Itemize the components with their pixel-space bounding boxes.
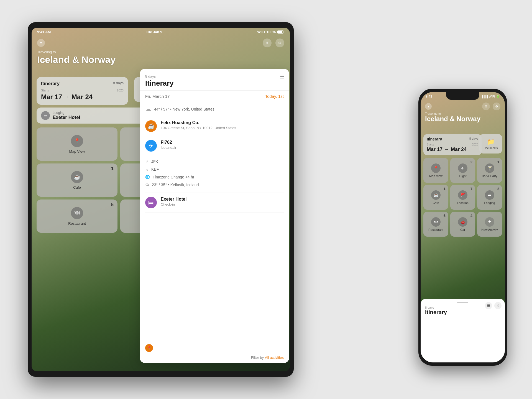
iphone-gear-icon[interactable]: ⚙: [493, 103, 500, 110]
share-icon[interactable]: ⬆: [263, 39, 272, 47]
iphone-end-date: Mar 24: [451, 147, 467, 152]
iphone-destination-title: Iceland & Norway: [425, 115, 480, 122]
iphone-itin-starts: Starts: [427, 143, 434, 146]
iphone-itin-days: 8 days: [469, 137, 478, 141]
iphone-documents-widget[interactable]: 📁 Documents: [479, 134, 502, 154]
popup-filter-row[interactable]: Filter by All activities: [140, 352, 289, 363]
hotel-name: Exeter Hotel: [161, 197, 186, 202]
flight-activity-icon: ✈: [145, 140, 157, 152]
traveling-to-label: Traveling to: [37, 50, 116, 54]
cafe-activity-info: Felix Roasting Co. 104 Greene St, Soho, …: [161, 120, 236, 130]
popup-activity-flight[interactable]: ✈ FI762 Icelandair ↗ JFK ↘: [145, 136, 284, 193]
popup-title: Itinerary: [145, 79, 284, 88]
filter-label: Filter by: [251, 355, 264, 360]
iphone-start-date: Mar 17: [427, 147, 443, 152]
hotel-icon: 🛏: [148, 200, 154, 206]
cafe-badge: 1: [111, 166, 114, 171]
iphone-grid-label-lodging: Lodging: [484, 201, 495, 204]
iphone-itinerary-widget[interactable]: Itinerary 8 days Starts 2023 Mar 17 → Ma…: [423, 134, 482, 155]
flight-arrival: ↘ KEF: [145, 165, 199, 173]
itinerary-widget-title: Itinerary: [41, 81, 60, 86]
iphone-grid-flight[interactable]: 2 ✈ Flight: [450, 158, 475, 183]
popup-activity-hotel[interactable]: 🛏 Exeter Hotel Check-in: [145, 193, 284, 213]
itinerary-widget-days: 8 days: [113, 81, 124, 85]
iphone-battery-icon: 🔋: [496, 95, 500, 98]
iphone-location-badge: 7: [470, 187, 472, 191]
grid-label-restaurant: Restaurant: [68, 221, 86, 226]
iphone-folder-icon: 📁: [487, 138, 495, 145]
iphone-cafe-badge: 1: [444, 187, 446, 191]
iphone-grid-label-new-activity: New Activity: [481, 228, 498, 231]
iphone-grid-label-bar-party: Bar & Party: [482, 174, 497, 178]
iphone-share-icon[interactable]: ⬆: [482, 103, 490, 110]
popup-weather-row: ☁ 44° / 57° • New York, United States: [145, 102, 284, 116]
iphone-notch: [446, 92, 479, 100]
iphone-signal-icon: ▐▐▐: [481, 95, 488, 98]
gear-icon[interactable]: ⚙: [275, 39, 284, 47]
timezone-change: Timezone Change +4 hr: [153, 175, 194, 179]
coffee-icon: ☕: [148, 123, 155, 129]
ipad-travel-info: Traveling to Iceland & Norway: [37, 50, 116, 65]
flight-activity-info: FI762 Icelandair: [161, 140, 176, 150]
iphone-itin-title: Itinerary: [427, 137, 442, 141]
ipad-screen: 9:41 AM Tue Jan 9 WiFi 100% ▾ ⬆ ⚙ Travel…: [32, 28, 290, 371]
location-pin-icon[interactable]: 📍: [145, 344, 153, 352]
iphone-lodging-icon: 🛏: [485, 190, 494, 200]
popup-days: 8 days: [145, 74, 284, 78]
departure-airport: JFK: [151, 159, 158, 164]
lodging-info: Lodging Exeter Hotel: [53, 111, 80, 120]
iphone-grid-bar-party[interactable]: 1 🍸 Bar & Party: [477, 158, 502, 183]
iphone-new-activity-icon: +: [485, 217, 494, 227]
itinerary-starts-label: Starts: [41, 89, 49, 92]
iphone-grid-restaurant[interactable]: 6 🍽 Restaurant: [423, 212, 448, 237]
iphone-popup-close-icon[interactable]: ✕: [494, 302, 502, 309]
globe-icon: 🌐: [145, 175, 150, 179]
iphone-itin-year: 2023: [472, 143, 478, 146]
grid-item-cafe[interactable]: 1 ☕ Cafe: [37, 163, 117, 197]
iphone-top-bar: ▾ ⬆ ⚙: [421, 101, 505, 112]
iphone-grid-map-view[interactable]: 📍 Map View: [423, 158, 448, 183]
chevron-down-icon[interactable]: ▾: [37, 39, 45, 47]
lodging-type: Lodging: [53, 111, 80, 115]
grid-item-restaurant[interactable]: 5 🍽 Restaurant: [37, 200, 117, 233]
iphone-itinerary-popup[interactable]: 8 days Itinerary ☰ ✕: [421, 299, 505, 362]
cafe-detail: 104 Greene St, Soho, NY 10012, United St…: [161, 126, 236, 130]
iphone-grid-lodging[interactable]: 2 🛏 Lodging: [477, 185, 502, 210]
flight-name: FI762: [161, 140, 176, 145]
ipad-itinerary-widget[interactable]: Itinerary 8 days Starts 2023 Mar 17 → Ma…: [37, 77, 128, 105]
iphone-bar-party-badge: 1: [497, 160, 499, 164]
land-icon: ↘: [145, 167, 149, 172]
cafe-activity-icon: ☕: [145, 120, 157, 132]
iphone-itin-dates: Mar 17 → Mar 24: [427, 147, 478, 152]
arrival-airport: KEF: [151, 167, 159, 172]
grid-item-map-view[interactable]: 📍 Map View: [37, 127, 117, 161]
ipad-time: 9:41 AM: [37, 30, 51, 34]
iphone-popup-handle: [457, 302, 468, 303]
iphone-grid-cafe[interactable]: 1 ☕ Cafe: [423, 185, 448, 210]
lodging-icon: 🛏: [41, 111, 50, 120]
flight-airline: Icelandair: [161, 145, 176, 150]
iphone-screen: 9:41 ▐▐▐ WiFi 🔋 ▾ ⬆ ⚙ Traveling to Icela…: [421, 92, 505, 362]
filter-value[interactable]: All activities: [265, 355, 284, 360]
popup-activity-cafe[interactable]: ☕ Felix Roasting Co. 104 Greene St, Soho…: [145, 116, 284, 136]
menu-icon[interactable]: ☰: [280, 74, 284, 80]
lodging-left: 🛏 Lodging Exeter Hotel: [41, 111, 80, 120]
iphone-grid-car[interactable]: 4 🚗 Car: [450, 212, 475, 237]
iphone-location-icon: 🚩: [458, 190, 467, 200]
cloud-icon: ☁: [145, 106, 151, 113]
iphone-popup-menu-icon[interactable]: ☰: [485, 302, 492, 309]
cafe-icon: ☕: [71, 171, 83, 183]
popup-content[interactable]: ☁ 44° / 57° • New York, United States ☕ …: [140, 102, 289, 342]
iphone-grid-label-restaurant: Restaurant: [428, 228, 443, 231]
restaurant-badge: 5: [111, 202, 114, 207]
iphone-grid-label-flight: Flight: [459, 174, 467, 178]
iphone-restaurant-badge: 6: [444, 214, 446, 218]
iphone-itin-header: Itinerary 8 days: [427, 137, 478, 141]
iphone-popup-title: Itinerary: [425, 309, 500, 316]
iphone-grid-label-map-view: Map View: [429, 174, 443, 178]
iphone-grid-new-activity[interactable]: + New Activity: [477, 212, 502, 237]
wifi-icon: WiFi: [257, 30, 265, 34]
iphone-chevron-down-icon[interactable]: ▾: [425, 103, 432, 110]
iphone-grid-location[interactable]: 7 🚩 Location: [450, 185, 475, 210]
popup-date-row: Fri, March 17 Today, 1st: [140, 91, 289, 102]
